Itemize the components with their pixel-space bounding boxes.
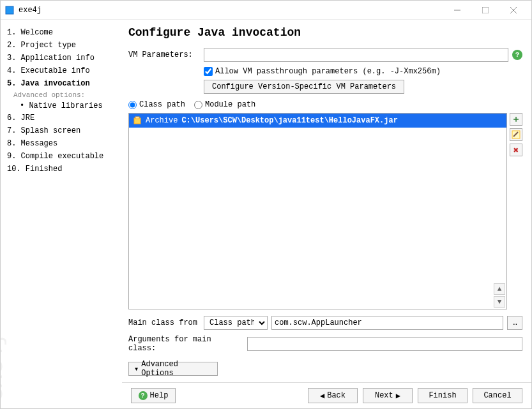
- step-splash-screen[interactable]: 7. Splash screen: [4, 124, 118, 137]
- archive-icon: [133, 116, 142, 125]
- archive-path: C:\Users\SCW\Desktop\java11test\HelloJav…: [181, 115, 397, 126]
- step-compile-executable[interactable]: 9. Compile executable: [4, 150, 118, 163]
- help-icon[interactable]: ?: [512, 50, 522, 60]
- watermark: exe4j: [1, 333, 7, 402]
- step-java-invocation[interactable]: 5. Java invocation: [4, 77, 118, 90]
- allow-passthrough-label: Allow VM passthrough parameters (e.g. -J…: [215, 67, 441, 76]
- delete-button[interactable]: ✖: [510, 144, 522, 156]
- scroll-down-icon[interactable]: ▼: [494, 296, 505, 308]
- step-messages[interactable]: 8. Messages: [4, 137, 118, 150]
- configure-version-button[interactable]: Configure Version-Specific VM Parameters: [204, 80, 404, 94]
- list-item[interactable]: Archive C:\Users\SCW\Desktop\java11test\…: [129, 114, 506, 128]
- arguments-input[interactable]: [247, 337, 522, 351]
- app-icon: [4, 5, 15, 15]
- main-panel: Configure Java invocation VM Parameters:…: [122, 20, 531, 408]
- back-button[interactable]: ◀ Back: [308, 388, 358, 403]
- advanced-options-label: Advanced options:: [4, 90, 118, 100]
- step-finished[interactable]: 10. Finished: [4, 163, 118, 175]
- vm-parameters-input[interactable]: [204, 48, 508, 62]
- next-button[interactable]: Next ▶: [363, 388, 413, 403]
- svg-rect-6: [135, 117, 139, 119]
- radio-module-path[interactable]: Module path: [194, 100, 255, 109]
- arrow-right-icon: ▶: [396, 391, 400, 401]
- radio-class-path[interactable]: Class path: [128, 100, 185, 109]
- add-button[interactable]: ＋: [510, 113, 522, 126]
- titlebar: exe4j: [1, 1, 531, 20]
- close-button[interactable]: [499, 1, 528, 19]
- main-class-from-select[interactable]: Class path: [204, 316, 268, 330]
- substep-native-libraries[interactable]: • Native libraries: [4, 100, 118, 112]
- minimize-button[interactable]: [443, 1, 471, 19]
- scroll-up-icon[interactable]: ▲: [494, 283, 505, 295]
- page-title: Configure Java invocation: [128, 26, 522, 39]
- edit-button[interactable]: [510, 128, 522, 141]
- step-executable-info[interactable]: 4. Executable info: [4, 64, 118, 77]
- sidebar: 1. Welcome 2. Project type 3. Applicatio…: [1, 20, 122, 408]
- svg-rect-0: [6, 6, 13, 14]
- arrow-left-icon: ◀: [320, 391, 324, 401]
- finish-button[interactable]: Finish: [418, 388, 467, 403]
- main-class-input[interactable]: [271, 316, 503, 330]
- cancel-button[interactable]: Cancel: [473, 388, 522, 403]
- archive-type-label: Archive: [146, 115, 178, 126]
- svg-rect-2: [482, 7, 489, 13]
- help-button[interactable]: ? Help: [131, 388, 176, 403]
- step-application-info[interactable]: 3. Application info: [4, 52, 118, 64]
- step-jre[interactable]: 6. JRE: [4, 112, 118, 124]
- main-class-from-label: Main class from: [128, 318, 200, 327]
- chevron-down-icon: ▾: [134, 364, 139, 374]
- step-welcome[interactable]: 1. Welcome: [4, 26, 118, 39]
- allow-passthrough-checkbox[interactable]: [204, 67, 213, 76]
- window-title: exe4j: [19, 6, 443, 15]
- help-icon: ?: [139, 391, 148, 400]
- vm-parameters-label: VM Parameters:: [128, 50, 200, 59]
- classpath-listbox[interactable]: Archive C:\Users\SCW\Desktop\java11test\…: [128, 113, 507, 309]
- browse-main-class-button[interactable]: …: [507, 316, 522, 330]
- step-project-type[interactable]: 2. Project type: [4, 39, 118, 52]
- maximize-button[interactable]: [471, 1, 499, 19]
- arguments-label: Arguments for main class:: [128, 335, 243, 353]
- advanced-options-button[interactable]: ▾ Advanced Options: [128, 362, 218, 376]
